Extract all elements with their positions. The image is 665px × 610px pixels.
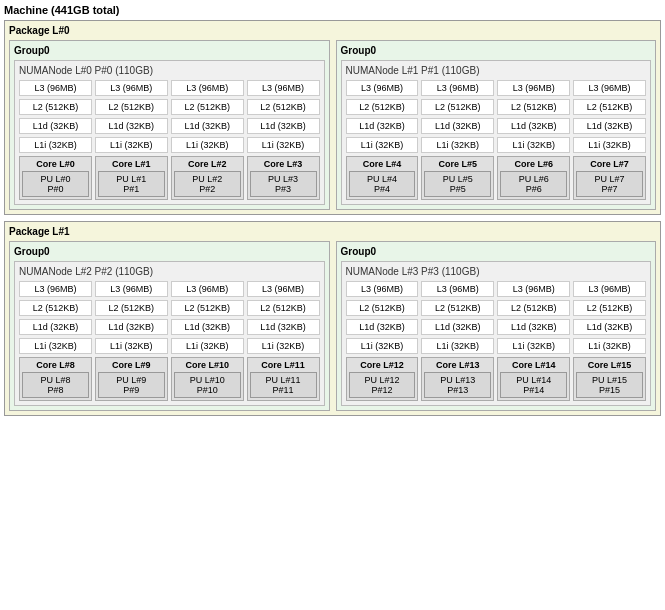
cache-cell-1-0-1-1: L2 (512KB)	[95, 300, 168, 316]
cache-cell-1-0-1-2: L2 (512KB)	[171, 300, 244, 316]
cache-cell-0-0-1-0: L2 (512KB)	[19, 99, 92, 115]
package-0: Package L#0Group0NUMANode L#0 P#0 (110GB…	[4, 20, 661, 215]
core-label-0-1-2: Core L#6	[500, 159, 567, 169]
cache-cell-1-0-2-1: L1d (32KB)	[95, 319, 168, 335]
core-label-1-1-3: Core L#15	[576, 360, 643, 370]
cache-cell-1-0-3-0: L1i (32KB)	[19, 338, 92, 354]
cache-cell-1-0-1-0: L2 (512KB)	[19, 300, 92, 316]
cache-cell-1-1-2-2: L1d (32KB)	[497, 319, 570, 335]
cache-cell-1-0-1-3: L2 (512KB)	[247, 300, 320, 316]
cache-cell-1-1-1-1: L2 (512KB)	[421, 300, 494, 316]
cache-cell-0-0-3-3: L1i (32KB)	[247, 137, 320, 153]
core-label-0-1-1: Core L#5	[424, 159, 491, 169]
core-label-1-1-1: Core L#13	[424, 360, 491, 370]
core-label-0-0-0: Core L#0	[22, 159, 89, 169]
numa-label-1-1: NUMANode L#3 P#3 (110GB)	[346, 266, 647, 277]
pu-block-1-1-0: PU L#12 P#12	[349, 372, 416, 398]
cache-cell-0-0-3-2: L1i (32KB)	[171, 137, 244, 153]
cache-cell-1-0-0-0: L3 (96MB)	[19, 281, 92, 297]
cache-cell-0-1-3-1: L1i (32KB)	[421, 137, 494, 153]
cache-row-0-0-0: L3 (96MB)L3 (96MB)L3 (96MB)L3 (96MB)	[19, 80, 320, 96]
pu-block-1-1-1: PU L#13 P#13	[424, 372, 491, 398]
pu-block-0-1-1: PU L#5 P#5	[424, 171, 491, 197]
group-1-0: Group0NUMANode L#2 P#2 (110GB)L3 (96MB)L…	[9, 241, 330, 411]
core-block-1-0-1: Core L#9PU L#9 P#9	[95, 357, 168, 401]
core-block-0-0-3: Core L#3PU L#3 P#3	[247, 156, 320, 200]
cache-cell-0-1-1-3: L2 (512KB)	[573, 99, 646, 115]
cache-cell-0-1-0-1: L3 (96MB)	[421, 80, 494, 96]
cache-cell-0-0-2-3: L1d (32KB)	[247, 118, 320, 134]
cache-cell-1-1-0-0: L3 (96MB)	[346, 281, 419, 297]
group-label-1-0: Group0	[14, 246, 325, 257]
cache-row-1-0-1: L2 (512KB)L2 (512KB)L2 (512KB)L2 (512KB)	[19, 300, 320, 316]
cache-row-0-1-0: L3 (96MB)L3 (96MB)L3 (96MB)L3 (96MB)	[346, 80, 647, 96]
group-label-0-1: Group0	[341, 45, 652, 56]
cache-row-1-1-3: L1i (32KB)L1i (32KB)L1i (32KB)L1i (32KB)	[346, 338, 647, 354]
cache-cell-0-1-0-0: L3 (96MB)	[346, 80, 419, 96]
cache-row-1-1-2: L1d (32KB)L1d (32KB)L1d (32KB)L1d (32KB)	[346, 319, 647, 335]
core-label-1-0-2: Core L#10	[174, 360, 241, 370]
core-label-1-0-1: Core L#9	[98, 360, 165, 370]
package-label-1: Package L#1	[9, 226, 656, 237]
pu-block-1-0-3: PU L#11 P#11	[250, 372, 317, 398]
group-label-0-0: Group0	[14, 45, 325, 56]
cache-cell-0-1-1-2: L2 (512KB)	[497, 99, 570, 115]
pu-block-0-0-2: PU L#2 P#2	[174, 171, 241, 197]
cache-row-0-1-2: L1d (32KB)L1d (32KB)L1d (32KB)L1d (32KB)	[346, 118, 647, 134]
numa-label-0-1: NUMANode L#1 P#1 (110GB)	[346, 65, 647, 76]
core-block-0-0-1: Core L#1PU L#1 P#1	[95, 156, 168, 200]
pu-block-0-1-3: PU L#7 P#7	[576, 171, 643, 197]
package-label-0: Package L#0	[9, 25, 656, 36]
cache-cell-1-0-3-2: L1i (32KB)	[171, 338, 244, 354]
core-block-1-0-0: Core L#8PU L#8 P#8	[19, 357, 92, 401]
cache-cell-0-0-3-1: L1i (32KB)	[95, 137, 168, 153]
cache-cell-1-0-2-0: L1d (32KB)	[19, 319, 92, 335]
pu-block-1-1-2: PU L#14 P#14	[500, 372, 567, 398]
cache-cell-0-1-2-2: L1d (32KB)	[497, 118, 570, 134]
cache-cell-0-1-3-2: L1i (32KB)	[497, 137, 570, 153]
pu-block-1-1-3: PU L#15 P#15	[576, 372, 643, 398]
numa-label-1-0: NUMANode L#2 P#2 (110GB)	[19, 266, 320, 277]
cache-cell-0-0-0-1: L3 (96MB)	[95, 80, 168, 96]
pu-block-0-0-0: PU L#0 P#0	[22, 171, 89, 197]
cache-cell-0-0-1-3: L2 (512KB)	[247, 99, 320, 115]
cache-cell-1-0-2-3: L1d (32KB)	[247, 319, 320, 335]
pu-block-0-1-0: PU L#4 P#4	[349, 171, 416, 197]
cache-row-0-0-2: L1d (32KB)L1d (32KB)L1d (32KB)L1d (32KB)	[19, 118, 320, 134]
cache-cell-0-1-2-3: L1d (32KB)	[573, 118, 646, 134]
group-0-0: Group0NUMANode L#0 P#0 (110GB)L3 (96MB)L…	[9, 40, 330, 210]
cores-row-0-0: Core L#0PU L#0 P#0Core L#1PU L#1 P#1Core…	[19, 156, 320, 200]
cache-cell-1-0-3-1: L1i (32KB)	[95, 338, 168, 354]
cache-row-0-1-1: L2 (512KB)L2 (512KB)L2 (512KB)L2 (512KB)	[346, 99, 647, 115]
core-block-0-1-3: Core L#7PU L#7 P#7	[573, 156, 646, 200]
cache-cell-1-0-0-2: L3 (96MB)	[171, 281, 244, 297]
cache-cell-0-0-0-0: L3 (96MB)	[19, 80, 92, 96]
cache-cell-0-0-1-1: L2 (512KB)	[95, 99, 168, 115]
group-0-1: Group0NUMANode L#1 P#1 (110GB)L3 (96MB)L…	[336, 40, 657, 210]
cache-cell-1-1-3-1: L1i (32KB)	[421, 338, 494, 354]
cache-cell-1-1-3-2: L1i (32KB)	[497, 338, 570, 354]
cache-cell-1-1-1-2: L2 (512KB)	[497, 300, 570, 316]
cache-row-1-0-0: L3 (96MB)L3 (96MB)L3 (96MB)L3 (96MB)	[19, 281, 320, 297]
cache-cell-1-1-1-3: L2 (512KB)	[573, 300, 646, 316]
cache-cell-0-1-2-0: L1d (32KB)	[346, 118, 419, 134]
core-block-1-1-3: Core L#15PU L#15 P#15	[573, 357, 646, 401]
cache-cell-0-1-2-1: L1d (32KB)	[421, 118, 494, 134]
cache-cell-1-0-0-1: L3 (96MB)	[95, 281, 168, 297]
core-label-1-1-2: Core L#14	[500, 360, 567, 370]
core-label-0-1-3: Core L#7	[576, 159, 643, 169]
cache-cell-0-0-2-1: L1d (32KB)	[95, 118, 168, 134]
cache-cell-0-1-3-3: L1i (32KB)	[573, 137, 646, 153]
cache-cell-1-1-2-0: L1d (32KB)	[346, 319, 419, 335]
cache-cell-0-0-0-2: L3 (96MB)	[171, 80, 244, 96]
cache-cell-1-0-2-2: L1d (32KB)	[171, 319, 244, 335]
cores-row-1-0: Core L#8PU L#8 P#8Core L#9PU L#9 P#9Core…	[19, 357, 320, 401]
pu-block-1-0-0: PU L#8 P#8	[22, 372, 89, 398]
cache-row-1-0-2: L1d (32KB)L1d (32KB)L1d (32KB)L1d (32KB)	[19, 319, 320, 335]
cache-cell-0-0-1-2: L2 (512KB)	[171, 99, 244, 115]
cache-cell-1-1-0-1: L3 (96MB)	[421, 281, 494, 297]
group-1-1: Group0NUMANode L#3 P#3 (110GB)L3 (96MB)L…	[336, 241, 657, 411]
core-label-0-1-0: Core L#4	[349, 159, 416, 169]
cache-cell-0-1-0-3: L3 (96MB)	[573, 80, 646, 96]
cache-cell-1-0-3-3: L1i (32KB)	[247, 338, 320, 354]
